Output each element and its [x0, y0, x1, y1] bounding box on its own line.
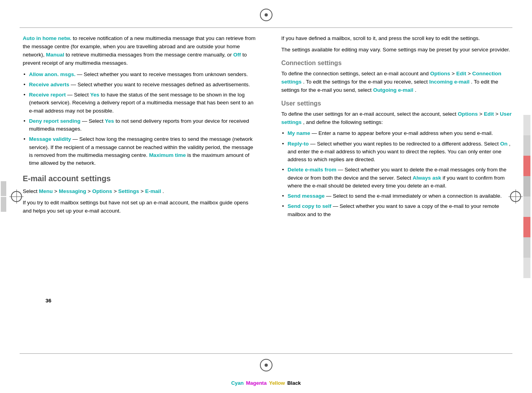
menu-label: Menu — [39, 188, 53, 194]
conn-intro-1: To define the connection settings, selec… — [281, 71, 430, 76]
user-text-2: , and define the following settings: — [303, 119, 383, 125]
arrow-2: > — [87, 188, 92, 194]
user-arrow-1: > — [479, 111, 484, 117]
list-item-send-copy: Send copy to self — Select whether you w… — [281, 202, 517, 218]
send-message-label: Send message — [288, 193, 325, 199]
receive-adverts-text: — Select whether you want to receive mes… — [71, 82, 250, 87]
list-item-reply-to: Reply-to — Select whether you want repli… — [281, 140, 517, 164]
left-column: Auto in home netw. to receive notificati… — [23, 35, 264, 350]
bottom-rule-line — [20, 353, 512, 354]
deny-report-label: Deny report sending — [29, 118, 80, 124]
messaging-label: Messaging — [59, 188, 86, 194]
list-item-delete-emails: Delete e-mails from — Select whether you… — [281, 166, 517, 190]
arrow-1: > — [54, 188, 59, 194]
list-item-deny-report: Deny report sending — Select Yes to not … — [23, 117, 258, 133]
settings-label: Settings — [118, 188, 139, 194]
left-registration-mark — [11, 191, 22, 202]
receive-adverts-label: Receive adverts — [29, 82, 69, 87]
message-validity-label: Message validity — [29, 136, 71, 142]
magenta-label: Magenta — [246, 380, 267, 386]
connection-settings-intro: To define the connection settings, selec… — [281, 70, 517, 95]
list-item-receive-report: Receive report — Select Yes to have the … — [23, 91, 258, 115]
on-label: On — [500, 141, 508, 147]
email-settings-heading: E-mail account settings — [23, 173, 258, 184]
incoming-email-label: Incoming e-mail — [429, 79, 470, 85]
reply-to-label: Reply-to — [288, 141, 309, 147]
deny-report-yes: Yes — [105, 118, 114, 124]
my-name-text: — Enter a name to appear before your e-m… — [312, 130, 493, 136]
maximum-time-label: Maximum time — [149, 152, 186, 158]
intro-text-2: to retrieve multimedia messages from the… — [66, 52, 233, 58]
right-bullet-list: My name — Enter a name to appear before … — [281, 129, 517, 218]
list-item-my-name: My name — Enter a name to appear before … — [281, 129, 517, 137]
user-options-label: Options — [458, 111, 478, 117]
receive-report-label: Receive report — [29, 92, 66, 98]
right-tab-1 — [523, 115, 530, 135]
right-sidebar — [523, 0, 532, 393]
receive-report-yes: Yes — [90, 92, 99, 98]
options-label: Options — [92, 188, 112, 194]
bottom-registration-mark — [260, 359, 272, 371]
allow-anon-label: Allow anon. msgs. — [29, 71, 76, 77]
left-tab-2 — [1, 197, 6, 212]
color-registration-strip: Cyan Magenta Yellow Black — [231, 380, 301, 386]
user-arrow-2: > — [495, 111, 500, 117]
connection-settings-heading: Connection settings — [281, 60, 517, 67]
page-number: 36 — [45, 298, 51, 304]
top-rule-line — [20, 27, 512, 28]
right-column: If you have defined a mailbox, scroll to… — [276, 35, 517, 350]
email-label: E-mail — [145, 188, 161, 194]
list-item-send-message: Send message — Select to send the e-mail… — [281, 192, 517, 200]
always-ask-label: Always ask — [412, 175, 441, 181]
manual-label: Manual — [46, 52, 64, 58]
outgoing-email-label: Outgoing e-mail — [373, 87, 414, 93]
off-label: Off — [233, 52, 241, 58]
yellow-label: Yellow — [269, 380, 285, 386]
send-copy-label: Send copy to self — [288, 203, 332, 209]
right-tab-4 — [523, 176, 530, 196]
list-item-message-validity: Message validity — Select how long the m… — [23, 135, 258, 167]
right-tab-7 — [523, 237, 530, 258]
right-tab-8 — [523, 258, 530, 278]
left-sidebar — [0, 0, 7, 393]
email-settings-intro: Select Menu > Messaging > Options > Sett… — [23, 187, 258, 196]
arrow-4: > — [141, 188, 145, 194]
list-item-allow-anon: Allow anon. msgs. — Select whether you w… — [23, 71, 258, 78]
arrow-3: > — [114, 188, 118, 194]
conn-period: . — [415, 87, 416, 93]
right-tab-6 — [523, 217, 530, 237]
auto-home-netw-label: Auto in home netw. — [23, 35, 71, 41]
user-settings-heading: User settings — [281, 100, 517, 107]
deny-report-text-1: — Select — [82, 118, 105, 124]
left-tab-1 — [1, 181, 6, 196]
conn-arrow-1: > — [452, 71, 456, 76]
receive-report-text-1: — Select — [67, 92, 91, 98]
conn-options-label: Options — [430, 71, 450, 76]
settings-vary-text: The settings available for editing may v… — [281, 46, 517, 54]
reply-to-text-1: — Select whether you want replies to be … — [310, 141, 500, 147]
intro-paragraph: Auto in home netw. to receive notificati… — [23, 35, 258, 67]
mailbox-scroll-text: If you have defined a mailbox, scroll to… — [281, 35, 517, 43]
conn-arrow-2: > — [468, 71, 472, 76]
conn-text-2: . To edit the settings for the e-mail yo… — [303, 79, 429, 85]
allow-anon-text: — Select whether you want to receive mes… — [77, 71, 248, 77]
user-intro-1: To define the user settings for an e-mai… — [281, 111, 458, 117]
right-tab-5 — [523, 196, 530, 217]
list-item-receive-adverts: Receive adverts — Select whether you wan… — [23, 81, 258, 89]
period-1: . — [162, 188, 164, 194]
send-message-text: — Select to send the e-mail immediately … — [326, 193, 502, 199]
conn-edit-label: Edit — [456, 71, 467, 76]
right-tab-3 — [523, 156, 530, 176]
delete-emails-label: Delete e-mails from — [288, 167, 337, 173]
cyan-label: Cyan — [231, 380, 244, 386]
select-label: Select — [23, 188, 39, 194]
black-label: Black — [287, 380, 301, 386]
user-settings-intro: To define the user settings for an e-mai… — [281, 110, 517, 127]
mailbox-guide-text: If you try to edit mailbox settings but … — [23, 199, 258, 215]
content-area: Auto in home netw. to receive notificati… — [23, 35, 516, 350]
left-bullet-list: Allow anon. msgs. — Select whether you w… — [23, 71, 258, 167]
my-name-label: My name — [288, 130, 310, 136]
top-registration-mark — [260, 9, 272, 21]
user-edit-label: Edit — [484, 111, 494, 117]
right-tab-2 — [523, 135, 530, 156]
